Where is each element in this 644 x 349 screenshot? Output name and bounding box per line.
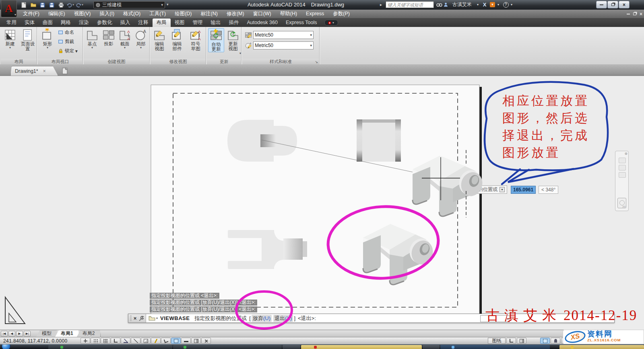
new-layout-button[interactable]: 新建 ▾ [2,29,18,49]
workspace-switcher[interactable]: 三维建模 ▾ [93,1,165,8]
ribbon-tab-annotate[interactable]: 注释 [134,18,153,27]
start-button[interactable] [2,344,10,349]
close-icon[interactable]: ⊗ [624,152,627,156]
help-button[interactable]: ? [502,1,509,8]
communication-center-button[interactable]: ▼ [489,1,495,8]
navigation-bar[interactable]: ⊗ 2D [615,151,629,211]
signed-in-username[interactable]: 古滇艾米 [449,1,475,8]
ribbon-display-toggle[interactable]: ▾ [324,20,338,26]
close-button[interactable]: × [619,1,630,8]
drafting-view-side[interactable] [357,119,401,162]
menu-tools[interactable]: 工具(T) [145,10,170,18]
taskbar-item[interactable] [440,345,550,349]
page-setup-button[interactable]: 页面设置 [20,29,36,51]
application-menu-button[interactable]: A ▾ [1,0,17,17]
ducs-toggle[interactable] [161,338,171,344]
osnap-toggle[interactable] [131,338,140,344]
pan-tool-icon[interactable] [619,158,626,163]
menu-insert[interactable]: 插入(I) [95,10,119,18]
tab-model[interactable]: 模型 [36,330,58,337]
taskbar-item[interactable] [283,345,300,349]
chevron-down-icon[interactable]: ▾ [510,1,514,8]
doc-minimize-icon[interactable] [627,14,630,14]
edit-component-button[interactable]: 编辑部件 [169,29,185,51]
panel-title[interactable]: 布局 [1,59,37,64]
ortho-toggle[interactable] [111,338,120,344]
option-undo-button[interactable]: 放弃(U) [252,315,272,322]
menu-window[interactable]: 窗口(W) [249,10,276,18]
close-icon[interactable]: × [134,315,137,321]
panel-title[interactable]: 更新 [207,59,241,64]
auto-update-button[interactable]: 自动更新 [208,28,224,52]
ribbon-tab-insert[interactable]: 插入 [116,18,134,27]
taskbar-item[interactable] [423,345,440,349]
menu-parametric[interactable]: 参数(P) [328,10,354,18]
ribbon-tab-autodesk360[interactable]: Autodesk 360 [243,18,282,27]
option-exit-button[interactable]: 退出(X) [273,315,293,322]
dyn-toggle[interactable] [171,338,181,344]
projected-view-button[interactable]: 投影 [101,29,116,46]
ribbon-tab-home[interactable]: 常用 [2,18,21,27]
undo-button[interactable]: ▾ [66,1,75,9]
panel-title[interactable]: 修改视图 [151,59,206,64]
transparency-toggle[interactable] [191,338,201,344]
doc-restore-icon[interactable] [633,12,636,15]
chevron-down-icon[interactable]: ▾ [156,316,158,320]
menu-help[interactable]: 帮助(H) [276,10,301,18]
rectangular-viewport-button[interactable]: 矩形 ▾ [39,29,56,49]
quickview-drawings-button[interactable] [517,338,526,344]
ribbon-tab-output[interactable]: 输出 [207,18,225,27]
tab-layout2[interactable]: 布局2 [77,330,101,337]
ribbon-tab-render[interactable]: 渲染 [75,18,93,27]
menu-file[interactable]: 文件(F) [19,10,44,18]
orbit-tool-icon[interactable] [619,172,626,178]
distance-input-field[interactable]: 165.0961 [511,186,536,194]
menu-dimension[interactable]: 标注(N) [196,10,222,18]
menu-view[interactable]: 视图(V) [70,10,95,18]
plot-button[interactable] [56,1,66,9]
grid-dots-toggle[interactable] [91,338,100,344]
first-tab-button[interactable]: |◀ [1,331,8,337]
menu-express[interactable]: Express [301,10,328,18]
taskbar-item[interactable] [48,345,172,349]
next-tab-button[interactable]: ▶ [16,331,23,337]
menu-format[interactable]: 格式(O) [119,10,145,18]
style-standard-select-2[interactable]: Metric50 ▾ [253,41,314,49]
ribbon-tab-parametric[interactable]: 参数化 [93,18,116,27]
drag-grip[interactable] [130,316,132,321]
lineweight-toggle[interactable] [181,338,191,344]
chevron-down-icon[interactable]: ▾ [476,1,480,8]
document-tab[interactable]: Drawing1* × [10,66,58,76]
symbol-sketch-button[interactable]: 符号草图 [188,29,204,51]
ribbon-tab-view[interactable]: 视图 [171,18,189,27]
ribbon-tab-mesh[interactable]: 网格 [57,18,75,27]
detail-view-button[interactable]: 局部 ▾ [133,29,149,49]
annotation-visibility-button[interactable] [540,338,550,344]
panel-title[interactable]: 创建视图 [84,59,149,64]
section-view-button[interactable]: 截面 ▾ [117,29,133,49]
ribbon-tab-surface[interactable]: 曲面 [39,18,57,27]
save-button[interactable] [38,1,47,9]
base-view-button[interactable]: 基点 ▾ [85,29,100,49]
lock-viewport-button[interactable]: 锁定 ▾ [58,48,78,54]
otrack-toggle[interactable] [151,338,161,344]
recent-commands-icon[interactable] [149,316,155,321]
wrench-icon[interactable] [138,316,144,321]
named-viewport-button[interactable]: 命名 [58,29,74,35]
clip-viewport-button[interactable]: 剪裁 [58,39,74,45]
infocenter-collapse-icon[interactable]: ▸ [380,2,382,7]
menu-modify[interactable]: 修改(M) [222,10,249,18]
ribbon-tab-solid[interactable]: 实体 [21,18,39,27]
chevron-down-icon[interactable]: ▾ [496,1,500,8]
quickproperties-toggle[interactable] [201,338,211,344]
toolbar-overflow-button[interactable]: ▾ [167,2,169,6]
minimize-button[interactable] [596,1,607,8]
ribbon-tab-plugins[interactable]: 插件 [225,18,243,27]
save-as-button[interactable] [47,1,56,9]
drawing-canvas[interactable]: 相应位置放置 图形，然后选 择退出，完成 图形放置 指定投影视图的位置或 ▾ 1… [0,76,644,330]
zoom-tool-icon[interactable] [619,165,626,170]
panel-title[interactable]: 样式和标准 [242,59,319,64]
panel-expander-icon[interactable]: ↘ [315,60,318,64]
edit-view-button[interactable]: 编辑视图 [151,29,167,51]
polar-toggle[interactable] [121,338,130,344]
